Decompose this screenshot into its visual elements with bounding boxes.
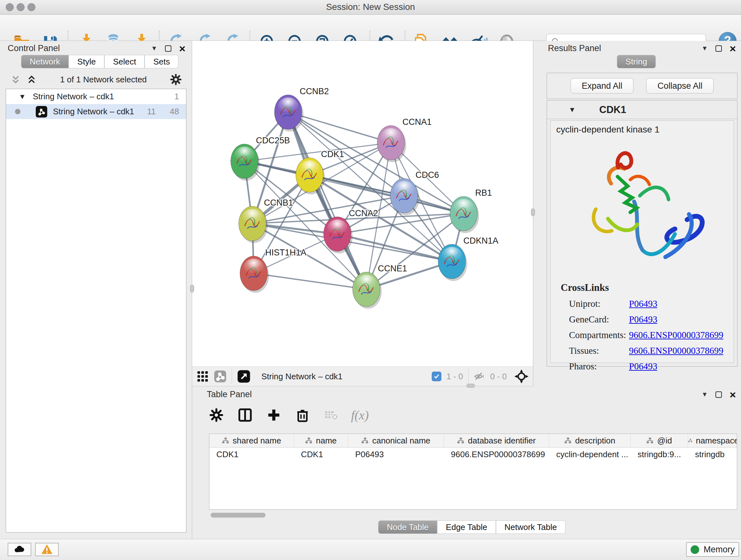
window-close-light[interactable] — [6, 3, 14, 11]
network-canvas[interactable]: CCNB2CCNA1CDC25BCDK1CDC6RB1CCNB1CCNA2CDK… — [192, 41, 533, 367]
panel-collapse-icon[interactable]: ▼ — [701, 391, 708, 398]
splitter-handle[interactable] — [190, 285, 194, 293]
grid-view-icon[interactable] — [197, 370, 209, 382]
panel-close-icon[interactable]: × — [730, 45, 736, 52]
table-cell[interactable]: cyclin-dependent ... — [549, 448, 630, 461]
panel-float-icon[interactable] — [716, 45, 722, 52]
tab-style[interactable]: Style — [69, 55, 105, 68]
table-toolbar: f(x) — [207, 402, 369, 428]
graph-node-RB1[interactable]: RB1 — [450, 188, 492, 233]
table-options-gear-icon[interactable] — [207, 406, 225, 424]
crosslink-row: Tissues:9606.ENSP00000378699 — [561, 346, 724, 356]
table-cell[interactable]: CDK1 — [209, 448, 294, 461]
collapse-all-button[interactable]: Collapse All — [646, 78, 714, 94]
column-header-namespace[interactable]: namespace — [688, 434, 737, 447]
table-cell[interactable]: P06493 — [348, 448, 444, 461]
tab-select[interactable]: Select — [105, 55, 145, 68]
node-table-body: CDK1CDK1P064939606.ENSP00000378699cyclin… — [209, 448, 737, 461]
memory-button[interactable]: Memory — [686, 542, 739, 557]
tree-expand-icon[interactable]: ▼ — [19, 92, 26, 101]
node-label-CCNB1: CCNB1 — [264, 198, 293, 207]
node-table: shared namenamecanonical namedatabase id… — [209, 434, 737, 509]
network-view-toolbar: String Network – cdk1 1 - 0 0 - 0 — [192, 367, 533, 386]
attribute-tree-icon — [688, 437, 693, 444]
panel-close-icon[interactable]: × — [730, 391, 736, 398]
table-cell[interactable]: CDK1 — [294, 448, 348, 461]
crosslink-link[interactable]: P06493 — [629, 314, 657, 325]
network-tree-child-row[interactable]: String Network – cdk1 11 48 — [6, 104, 186, 119]
column-header-database-identifier[interactable]: database identifier — [444, 434, 549, 447]
window-zoom-light[interactable] — [27, 3, 36, 11]
graph-node-CCNA2[interactable]: CCNA2 — [324, 208, 378, 253]
expand-all-button[interactable]: Expand All — [570, 78, 634, 94]
window-minimize-light[interactable] — [17, 3, 24, 11]
node-table-header: shared namenamecanonical namedatabase id… — [209, 434, 737, 448]
crosslink-row: Compartments:9606.ENSP00000378699 — [561, 330, 724, 340]
tab-node-table[interactable]: Node Table — [378, 520, 437, 534]
panel-float-icon[interactable] — [165, 45, 172, 52]
birds-eye-crosshair-icon[interactable] — [515, 369, 529, 383]
node-label-CCNB2: CCNB2 — [300, 86, 329, 96]
crosslink-label: GeneCard: — [561, 314, 629, 325]
panel-collapse-icon[interactable]: ▼ — [151, 45, 157, 52]
graph-node-CCNB1[interactable]: CCNB1 — [239, 198, 293, 243]
graph-node-HIST1H1A[interactable]: HIST1H1A — [240, 248, 307, 293]
table-cell[interactable]: 9606.ENSP00000378699 — [444, 448, 549, 461]
table-horizontal-scrollbar[interactable] — [211, 513, 266, 517]
control-panel-tabs: NetworkStyleSelectSets — [21, 55, 179, 68]
window-title: Session: New Session — [0, 0, 741, 14]
column-header-shared-name[interactable]: shared name — [209, 434, 294, 447]
crosslink-link[interactable]: 9606.ENSP00000378699 — [629, 330, 724, 340]
crosslink-link[interactable]: 9606.ENSP00000378699 — [629, 346, 724, 356]
panel-float-icon[interactable] — [716, 391, 722, 398]
table-cell[interactable]: stringdb — [688, 448, 737, 461]
column-header-name[interactable]: name — [294, 434, 348, 447]
splitter-handle[interactable] — [467, 384, 475, 388]
results-panel-title: Results Panel — [548, 44, 601, 53]
panel-collapse-icon[interactable]: ▼ — [701, 45, 708, 52]
collapse-all-icon[interactable] — [10, 74, 21, 85]
crosslink-label: Compartments: — [561, 330, 629, 340]
network-tree-root-row[interactable]: ▼ String Network – cdk1 1 — [6, 89, 186, 104]
table-panel-header-icons: ▼ × — [701, 391, 736, 398]
delete-column-trash-icon[interactable] — [293, 406, 312, 424]
column-header-canonical-name[interactable]: canonical name — [348, 434, 444, 447]
hidden-eye-slash-icon[interactable] — [474, 371, 485, 382]
tab-network[interactable]: Network — [21, 55, 69, 68]
tab-sets[interactable]: Sets — [145, 55, 179, 68]
crosslink-row: GeneCard:P06493 — [561, 314, 724, 325]
show-columns-icon[interactable] — [236, 406, 254, 424]
column-header-@id[interactable]: @id — [630, 434, 688, 447]
node-label-RB1: RB1 — [475, 188, 492, 198]
column-header-description[interactable]: description — [549, 434, 630, 447]
table-row[interactable]: CDK1CDK1P064939606.ENSP00000378699cyclin… — [209, 448, 737, 461]
crosslink-link[interactable]: P06493 — [629, 299, 657, 309]
tab-string[interactable]: String — [617, 55, 656, 68]
attribute-tree-icon — [564, 437, 572, 444]
main-toolbar: ? — [0, 15, 741, 41]
node-label-CDKN1A: CDKN1A — [463, 236, 498, 246]
warnings-button[interactable] — [35, 543, 59, 556]
panel-close-icon[interactable]: × — [179, 45, 185, 52]
memory-status-dot — [690, 545, 699, 554]
section-expand-icon[interactable]: ▼ — [569, 106, 576, 114]
cloud-status-button[interactable] — [8, 543, 31, 556]
expand-all-icon[interactable] — [26, 74, 37, 85]
graph-node-CCNE1[interactable]: CCNE1 — [353, 264, 407, 309]
splitter-handle[interactable] — [531, 208, 535, 216]
graph-node-CDKN1A[interactable]: CDKN1A — [438, 236, 498, 281]
crosslink-link[interactable]: P06493 — [629, 361, 657, 372]
gene-section-header[interactable]: ▼ CDK1 — [547, 101, 737, 119]
memory-label: Memory — [704, 545, 735, 555]
detach-view-icon[interactable] — [237, 370, 251, 383]
table-cell[interactable]: stringdb:9... — [630, 448, 688, 461]
network-options-gear-icon[interactable] — [170, 73, 182, 85]
divider — [232, 369, 232, 384]
graph-node-CDC6[interactable]: CDC6 — [390, 170, 439, 215]
network-view-mode-icon[interactable] — [214, 370, 226, 383]
tab-network-table[interactable]: Network Table — [496, 520, 565, 534]
selected-checkbox-icon[interactable] — [432, 372, 441, 381]
tab-edge-table[interactable]: Edge Table — [437, 520, 496, 534]
add-column-icon[interactable] — [265, 406, 283, 424]
crosslink-label: Tissues: — [561, 346, 629, 356]
